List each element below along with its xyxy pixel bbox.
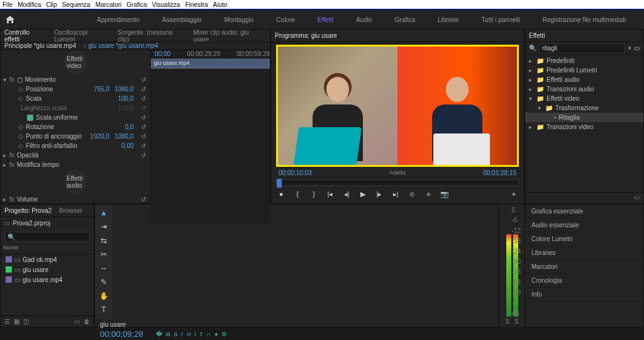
icon-view-icon[interactable]: ▦ [14,318,19,325]
fx-antiflicker[interactable]: Filtro anti-sfarfallio [26,142,121,149]
twirl-icon[interactable]: ▸ [3,161,9,168]
program-tc-current[interactable]: 00;00;10;03 [279,169,312,176]
reset-icon[interactable]: ↺ [139,86,148,93]
tab-effect-controls[interactable]: Controllo effetti [4,29,47,43]
menu-markers[interactable]: Marcatori [96,1,122,8]
ws-all-panels[interactable]: Tutti i pannelli [481,16,519,23]
export-frame-button[interactable]: 📷 [440,190,450,198]
fx-volume[interactable]: Volume [17,196,139,203]
twirl-icon[interactable]: ▸ [3,152,9,159]
ws-audio[interactable]: Audio [356,16,372,23]
reset-icon[interactable]: ↺ [139,142,148,149]
step-fwd-button[interactable]: |▸ [374,190,384,198]
snap-icon[interactable]: �магніт [156,331,206,337]
fx-position[interactable]: Posizione [26,86,94,93]
list-view-icon[interactable]: ☰ [4,318,10,325]
tab-lumetri-scopes[interactable]: Oscilloscopi Lumetri [54,29,110,43]
mark-in-button[interactable]: { [292,190,303,198]
hand-tool[interactable]: ✋ [99,292,109,302]
selection-tool[interactable]: ▲ [99,208,109,218]
new-item-icon[interactable]: ▭ [74,318,80,325]
browser-tab[interactable]: Browser [59,207,82,214]
menu-view[interactable]: Visualizza [152,1,180,8]
lift-button[interactable]: ⎋ [407,190,417,198]
panel-link[interactable]: Marcatori [525,260,643,274]
effects-tree-item[interactable]: ▸📁Transizioni video [525,122,643,132]
menu-edit[interactable]: Modifica [18,1,41,8]
panel-link[interactable]: Cronologia [525,274,643,288]
fx-rot-val[interactable]: 0,0 [125,123,134,130]
effects-tree-item[interactable]: ▸📁Transizioni audio [525,84,643,94]
ws-media-record[interactable]: Registrazione file multimediali [543,16,626,23]
program-preview[interactable] [276,45,519,167]
program-zoom[interactable]: Adatta [389,169,406,176]
effects-search-input[interactable] [539,43,625,54]
slip-tool[interactable]: ↔ [99,264,109,274]
menu-clip[interactable]: Clip [46,1,57,8]
home-icon[interactable] [5,15,15,24]
fx-uniform-scale[interactable]: Scala uniforme [36,114,139,121]
ws-color[interactable]: Colore [276,16,294,23]
fx-opacity[interactable]: Opacità [17,152,139,159]
go-in-button[interactable]: |◂ [325,190,335,198]
timeline-sequence-name[interactable]: giu usare [100,321,126,328]
solo-left[interactable]: S [505,318,509,325]
button-editor[interactable]: + [509,190,519,198]
reset-icon[interactable]: ↺ [139,152,148,159]
panel-link[interactable]: Info [525,288,643,302]
fx-source-clip[interactable]: giu usare *giu usare.mp4 [88,42,158,49]
new-bin-icon[interactable]: ▭ [634,45,640,52]
ripple-tool[interactable]: ⇆ [99,236,109,246]
solo-right[interactable]: S [514,318,519,325]
fx-rotation[interactable]: Rotazione [26,123,125,130]
track-select-tool[interactable]: ⇥ [99,222,109,232]
twirl-icon[interactable]: ▸ [3,196,9,203]
effects-tree-item[interactable]: ▸📁Effetti audio [525,75,643,84]
effects-tree-item[interactable]: ▸📁Predefiniti Lumetri [525,65,643,75]
fx-pos-x[interactable]: 765,0 [94,86,109,93]
effects-tree-item[interactable]: ▾📁Trasformazione [525,103,643,113]
fx-kf-clip[interactable]: giu usare.mp4 [151,59,270,69]
program-tab[interactable]: Programma: giu usare [275,32,337,39]
add-marker-button[interactable]: ● [276,190,286,198]
ws-graphics[interactable]: Grafica [395,16,415,23]
ws-assembly[interactable]: Assemblaggio [162,16,202,23]
menu-graphics[interactable]: Grafica [126,1,147,8]
fx-time-remap[interactable]: Modifica tempo [17,161,148,168]
marker-icon[interactable]: ♦ [214,331,221,337]
trash-icon[interactable]: 🗑 [84,318,90,325]
timeline-timecode[interactable]: 00;00;09;28 [100,329,143,339]
playhead-icon[interactable] [277,179,282,188]
tab-source[interactable]: Sorgente: (nessuna clip) [118,29,186,43]
freeform-view-icon[interactable]: ◫ [23,318,29,325]
effects-tree-item[interactable]: ▪Ritaglia [525,113,643,122]
clear-search-icon[interactable]: × [628,45,631,52]
fx-antiflicker-val[interactable]: 0,00 [121,142,133,149]
menu-sequence[interactable]: Sequenza [62,1,91,8]
tab-audio-mixer[interactable]: Mixer clip audio: giu usare [193,29,266,43]
mark-out-button[interactable]: } [309,190,319,198]
step-back-button[interactable]: ◂| [341,190,352,198]
fx-anchor-y[interactable]: 1080,0 [114,133,134,140]
new-custom-bin-icon[interactable]: ▭ [634,194,640,201]
twirl-icon[interactable]: ▾ [3,76,9,83]
reset-icon[interactable]: ↺ [139,196,148,203]
fx-master-clip[interactable]: Principale *giu usare.mp4 [4,42,76,49]
fx-anchor-x[interactable]: 1920,0 [90,133,109,140]
effects-tab[interactable]: Effetti [529,32,545,39]
reset-icon[interactable]: ↺ [139,76,148,83]
menu-window[interactable]: Finestra [185,1,208,8]
go-out-button[interactable]: ▸| [391,190,401,198]
fx-motion[interactable]: Movimento [25,76,139,83]
extract-button[interactable]: ⎆ [423,190,433,198]
project-tab[interactable]: Progetto: Prova2 [4,207,52,214]
type-tool[interactable]: T [99,305,109,315]
program-scrubber[interactable] [276,179,519,186]
panel-link[interactable]: Audio essenziale [525,218,643,232]
panel-link[interactable]: Libraries [525,246,643,260]
razor-tool[interactable]: ✂ [99,250,109,260]
ws-learning[interactable]: Apprendimento [97,16,140,23]
ws-effects[interactable]: Effetti [318,16,333,23]
menu-file[interactable]: File [3,1,13,8]
fx-pos-y[interactable]: 1080,0 [114,86,134,93]
